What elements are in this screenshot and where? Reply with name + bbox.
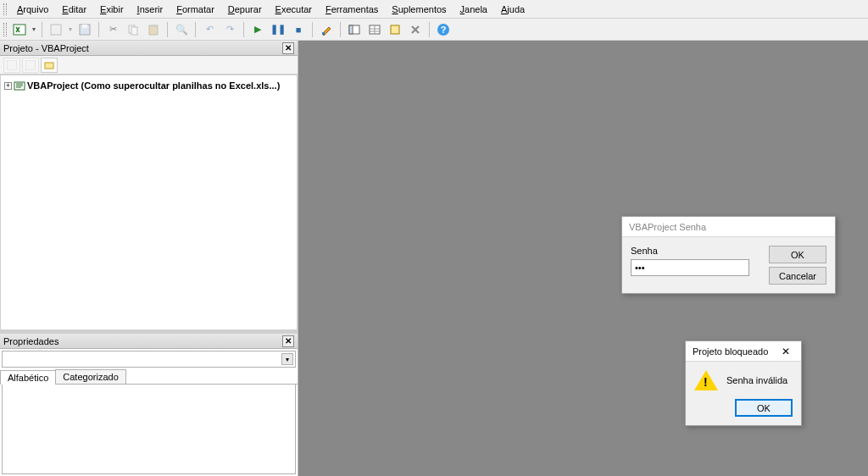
- expand-icon[interactable]: +: [4, 82, 12, 90]
- locked-dialog-body: Senha inválida: [686, 362, 801, 399]
- menu-label: anela: [465, 4, 487, 14]
- properties-pane-title-text: Propriedades: [3, 336, 58, 346]
- warning-icon: [694, 370, 718, 390]
- properties-pane-close-button[interactable]: ✕: [282, 335, 294, 347]
- tree-item-vbaproject[interactable]: + VBAProject (Como superocultar planilha…: [4, 79, 293, 92]
- properties-grid[interactable]: [2, 385, 296, 474]
- pause-icon: ❚❚: [270, 24, 286, 35]
- project-pane-toolbar: [0, 56, 298, 75]
- menu-ferramentas[interactable]: Ferramentas: [319, 3, 385, 16]
- break-button[interactable]: ❚❚: [269, 20, 287, 39]
- view-object-button[interactable]: [22, 58, 39, 73]
- save-button[interactable]: [75, 20, 94, 39]
- svg-rect-3: [82, 25, 87, 28]
- object-browser-button[interactable]: [386, 20, 404, 39]
- menu-suplementos[interactable]: Suplementos: [385, 3, 453, 16]
- properties-pane-title: Propriedades ✕: [0, 334, 298, 349]
- svg-rect-7: [151, 25, 156, 27]
- chevron-down-icon: ▾: [281, 353, 293, 365]
- menu-exibir[interactable]: Exibir: [93, 3, 131, 16]
- left-pane: Projeto - VBAProject ✕ + VBAProject (Com…: [0, 41, 298, 476]
- menu-executar[interactable]: Executar: [269, 3, 319, 16]
- menu-janela[interactable]: Janela: [453, 3, 494, 16]
- copy-button[interactable]: [124, 20, 142, 39]
- menu-label: xecutar: [281, 4, 312, 14]
- properties-pane: Propriedades ✕ ▾ Alfabético Categorizado: [0, 334, 298, 476]
- tab-alphabetic[interactable]: Alfabético: [0, 370, 56, 385]
- stop-icon: ■: [296, 25, 302, 35]
- menu-label: rquivo: [23, 4, 48, 14]
- cut-button[interactable]: ✂: [103, 20, 122, 39]
- paste-button[interactable]: [144, 20, 163, 39]
- project-tree[interactable]: + VBAProject (Como superocultar planilha…: [0, 75, 298, 330]
- folder-icon: [44, 60, 54, 70]
- svg-rect-0: [14, 25, 25, 35]
- menu-ajuda[interactable]: Ajuda: [494, 3, 531, 16]
- password-cancel-button[interactable]: Cancelar: [769, 267, 826, 285]
- dialog-title-text: VBAProject Senha: [629, 222, 706, 232]
- menu-editar[interactable]: Editar: [55, 3, 93, 16]
- toolbox-icon: [409, 24, 421, 36]
- svg-rect-15: [7, 60, 17, 70]
- menu-bar: Arquivo Editar Exibir Inserir Formatar D…: [0, 0, 868, 19]
- undo-button[interactable]: ↶: [200, 20, 219, 39]
- locked-dialog-message: Senha inválida: [726, 375, 787, 385]
- menu-label: xibir: [106, 4, 123, 14]
- toolbar-separator: [98, 22, 99, 37]
- tab-categorized[interactable]: Categorizado: [55, 369, 125, 384]
- paste-icon: [147, 24, 159, 36]
- menu-label: juda: [507, 4, 525, 14]
- dialog-title-text: Projeto bloqueado: [693, 346, 768, 357]
- excel-button[interactable]: [10, 20, 29, 39]
- locked-dialog: Projeto bloqueado ✕ Senha inválida OK: [685, 340, 802, 426]
- object-browser-icon: [389, 24, 401, 36]
- toggle-folders-button[interactable]: [41, 58, 58, 73]
- svg-rect-12: [391, 25, 399, 34]
- svg-text:?: ?: [441, 25, 447, 35]
- svg-rect-10: [349, 25, 353, 34]
- copy-icon: [127, 24, 139, 36]
- find-icon: 🔍: [175, 24, 188, 36]
- redo-icon: ↷: [226, 24, 234, 35]
- save-icon: [79, 24, 91, 36]
- menu-depurar[interactable]: Depurar: [221, 3, 269, 16]
- find-button[interactable]: 🔍: [172, 20, 191, 39]
- locked-dialog-close-button[interactable]: ✕: [777, 345, 794, 358]
- toolbar-separator: [195, 22, 196, 37]
- project-icon: [348, 24, 360, 36]
- reset-button[interactable]: ■: [289, 20, 308, 39]
- view-code-button[interactable]: [3, 58, 20, 73]
- password-input[interactable]: [631, 259, 749, 276]
- form-icon: [25, 60, 36, 70]
- menu-formatar[interactable]: Formatar: [170, 3, 221, 16]
- menu-label: ditar: [69, 4, 86, 14]
- insert-button[interactable]: [47, 20, 65, 39]
- dropdown-icon[interactable]: ▾: [31, 25, 37, 33]
- locked-ok-button[interactable]: OK: [735, 399, 793, 417]
- project-pane-close-button[interactable]: ✕: [282, 42, 294, 54]
- svg-rect-16: [25, 60, 36, 70]
- excel-icon: [13, 23, 26, 36]
- menu-label: epurar: [235, 4, 262, 14]
- vba-project-icon: [14, 80, 25, 91]
- svg-rect-17: [45, 63, 53, 69]
- run-button[interactable]: ▶: [248, 20, 267, 39]
- password-ok-button[interactable]: OK: [769, 246, 826, 263]
- toolbar-separator: [312, 22, 313, 37]
- menu-inserir[interactable]: Inserir: [131, 3, 170, 16]
- design-mode-button[interactable]: [317, 20, 336, 39]
- tree-item-label: VBAProject (Como superocultar planilhas …: [27, 80, 280, 91]
- help-button[interactable]: ?: [434, 20, 453, 39]
- dropdown-icon[interactable]: ▾: [67, 25, 74, 33]
- redo-button[interactable]: ↷: [220, 20, 239, 39]
- object-selector[interactable]: ▾: [2, 351, 296, 368]
- toolbox-button[interactable]: [406, 20, 425, 39]
- project-explorer-button[interactable]: [345, 20, 364, 39]
- toolbar-separator: [340, 22, 341, 37]
- locked-dialog-title: Projeto bloqueado ✕: [686, 341, 801, 362]
- menu-arquivo[interactable]: Arquivo: [10, 3, 55, 16]
- password-label: Senha: [631, 246, 760, 256]
- design-icon: [320, 24, 332, 36]
- properties-button[interactable]: [365, 20, 384, 39]
- cut-icon: ✂: [109, 24, 117, 35]
